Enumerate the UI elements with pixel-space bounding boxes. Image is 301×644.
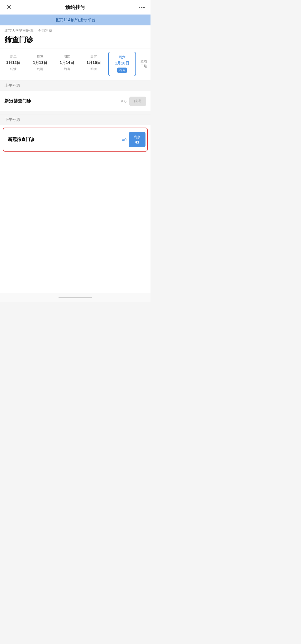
morning-appt-name: 新冠筛查门诊 <box>4 98 121 104</box>
view-label-1: 查看 <box>140 59 147 64</box>
day-label-1: 周二 <box>10 54 17 59</box>
date-item-3[interactable]: 周四 1月14日 约满 <box>54 52 80 76</box>
close-icon: ✕ <box>6 4 11 10</box>
day-label-5: 周六 <box>119 55 125 60</box>
view-dates-button[interactable]: 查看 日期 <box>137 52 151 76</box>
morning-btn-label: 约满 <box>134 99 141 103</box>
hospital-name: 北京大学第三医院 <box>4 28 33 33</box>
date-item-4[interactable]: 周五 1月15日 约满 <box>80 52 107 76</box>
date-value-5: 1月16日 <box>115 61 129 66</box>
more-icon <box>139 7 145 8</box>
date-value-4: 1月15日 <box>86 60 101 65</box>
remaining-label: 剩余 <box>134 135 140 140</box>
page-title-header: 预约挂号 <box>65 4 85 11</box>
date-value-1: 1月12日 <box>6 60 20 65</box>
afternoon-appt-price: ¥0 <box>122 137 127 142</box>
day-label-4: 周五 <box>90 54 97 59</box>
morning-appt-row: 新冠筛查门诊 ¥ 0 约满 <box>0 91 151 111</box>
banner: 北京114预约挂号平台 <box>0 15 151 25</box>
morning-section-label: 上午号源 <box>0 80 151 91</box>
home-indicator <box>59 297 92 298</box>
date-value-3: 1月14日 <box>60 60 74 65</box>
breadcrumb: 北京大学第三医院 全部科室 <box>0 25 151 34</box>
date-item-2[interactable]: 周三 1月13日 约满 <box>27 52 54 76</box>
afternoon-appt-highlight: 新冠筛查门诊 ¥0 剩余 41 <box>3 128 148 152</box>
status-3: 约满 <box>64 67 70 71</box>
afternoon-appt-name: 新冠筛查门诊 <box>8 137 122 143</box>
status-1: 约满 <box>10 67 16 71</box>
date-item-5[interactable]: 周六 1月16日 有号 <box>108 52 136 76</box>
date-item-1[interactable]: 周二 1月12日 约满 <box>0 52 27 76</box>
banner-text: 北京114预约挂号平台 <box>55 17 95 22</box>
close-button[interactable]: ✕ <box>5 3 13 11</box>
morning-appt-price: ¥ 0 <box>121 99 127 104</box>
afternoon-section-label: 下午号源 <box>0 114 151 125</box>
bottom-bar <box>0 293 151 302</box>
clinic-title: 筛查门诊 <box>0 34 151 49</box>
afternoon-appt-button[interactable]: 剩余 41 <box>129 132 145 147</box>
status-4: 约满 <box>91 67 97 71</box>
day-label-3: 周四 <box>64 54 70 59</box>
status-5: 有号 <box>117 68 127 73</box>
morning-appt-button[interactable]: 约满 <box>129 97 146 106</box>
department-name: 全部科室 <box>38 28 52 33</box>
status-2: 约满 <box>37 67 43 71</box>
remaining-count: 41 <box>135 140 140 144</box>
date-picker: 周二 1月12日 约满 周三 1月13日 约满 周四 1月14日 约满 周五 1… <box>0 49 151 80</box>
day-label-2: 周三 <box>37 54 43 59</box>
date-value-2: 1月13日 <box>33 60 47 65</box>
header: ✕ 预约挂号 <box>0 0 151 15</box>
view-label-2: 日期 <box>140 64 147 69</box>
more-button[interactable] <box>138 3 145 11</box>
